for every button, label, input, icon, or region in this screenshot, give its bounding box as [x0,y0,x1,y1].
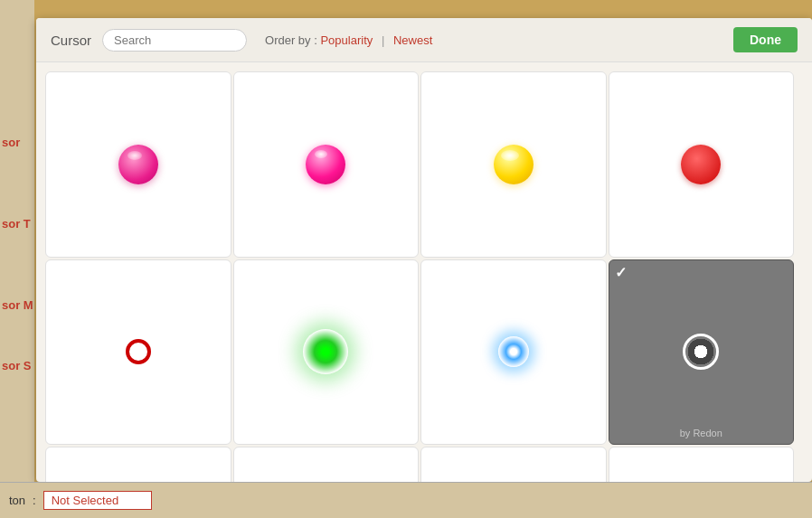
cursor-blue-glow [498,336,529,367]
cursor-label: Cursor [51,33,91,48]
order-popularity-button[interactable]: Popularity [320,33,373,47]
cursor-yellow-glossy [494,145,533,184]
order-by-label: Order by : Popularity | Newest [265,33,432,47]
cursor-item-6[interactable] [233,259,420,446]
bottom-colon: : [33,494,36,507]
cursor-item-12[interactable] [609,447,795,482]
cursor-red-ring [126,339,151,364]
search-input[interactable] [102,29,247,52]
sidebar: sor sor T sor M sor S [0,0,34,518]
bottom-value: Not Selected [43,491,152,510]
cursor-pink-glossy [118,145,158,184]
dialog-header: Cursor Order by : Popularity | Newest Do… [36,18,812,62]
cursor-item-4[interactable] [609,71,795,258]
cursor-item-3[interactable] [420,71,607,258]
sidebar-label-3: sor M [2,298,33,312]
sidebar-label-1: sor [2,136,20,149]
cursor-item-7[interactable] [420,259,607,446]
cursor-item-8-label: by Redon [609,428,794,438]
sidebar-label-4: sor S [2,359,32,372]
done-button[interactable]: Done [733,27,798,52]
sidebar-label-2: sor T [2,217,31,231]
cursor-green-glow [303,329,348,374]
cursor-item-1[interactable] [45,71,231,258]
cursor-grid: by Redon [36,62,812,482]
cursor-item-8[interactable]: by Redon [609,259,795,446]
order-separator: | [382,33,384,47]
order-newest-button[interactable]: Newest [393,33,432,47]
cursor-white-ring [683,334,719,370]
cursor-hotpink-glossy [306,145,345,184]
cursor-dialog: Cursor Order by : Popularity | Newest Do… [36,18,812,482]
cursor-red [681,145,721,184]
cursor-item-5[interactable] [45,259,231,446]
cursor-item-2[interactable] [233,71,420,258]
cursor-item-10[interactable] [233,447,420,482]
bottom-bar: ton : Not Selected [0,482,812,518]
cursor-item-11[interactable] [420,447,607,482]
bottom-label: ton [9,494,25,507]
cursor-item-9[interactable] [45,447,231,482]
